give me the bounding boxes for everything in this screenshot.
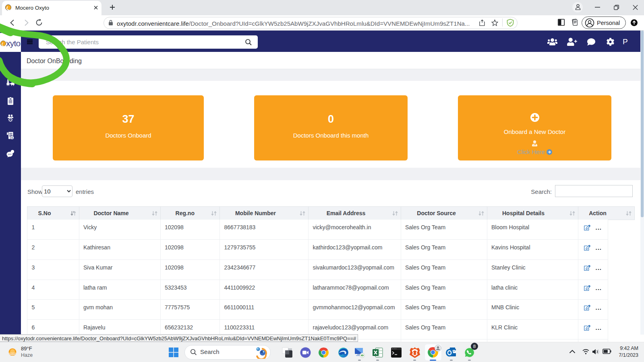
svg-text:$: $ [11,136,13,139]
